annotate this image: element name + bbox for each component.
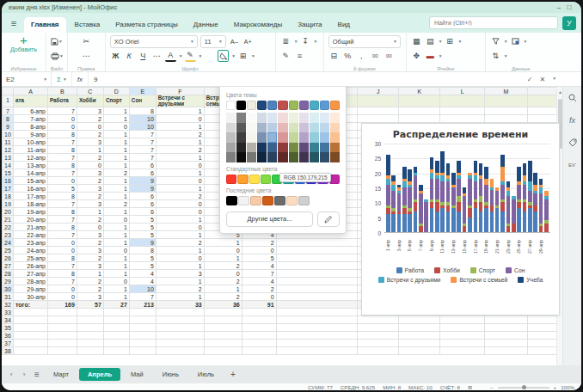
cell[interactable]: ата bbox=[13, 95, 47, 107]
cell[interactable]: 8 bbox=[47, 270, 77, 278]
font-color-button[interactable]: А bbox=[165, 50, 176, 62]
cell[interactable]: 1 bbox=[103, 131, 129, 138]
cell[interactable] bbox=[358, 115, 399, 123]
cell[interactable]: 8 bbox=[47, 146, 77, 154]
row-header-10[interactable]: 10 bbox=[3, 131, 14, 138]
cell[interactable] bbox=[47, 332, 77, 340]
cell[interactable]: 0 bbox=[47, 115, 77, 123]
sheet-tab-Июнь[interactable]: Июнь bbox=[154, 368, 187, 381]
cell[interactable] bbox=[77, 316, 103, 324]
color-swatch[interactable] bbox=[236, 152, 246, 162]
color-swatch[interactable] bbox=[330, 152, 340, 162]
cell[interactable]: 5 bbox=[129, 231, 156, 239]
cut-icon[interactable]: ✂ bbox=[81, 35, 92, 47]
color-swatch[interactable] bbox=[261, 175, 271, 184]
print-button[interactable]: ▾ bbox=[51, 50, 63, 62]
cell[interactable] bbox=[440, 332, 485, 340]
conditional-format-button[interactable] bbox=[510, 35, 521, 47]
cell[interactable]: 5 bbox=[129, 254, 156, 262]
cell[interactable]: 10-апр bbox=[13, 138, 47, 146]
autosum-button[interactable]: Σ▾ bbox=[52, 72, 72, 86]
cell[interactable]: Встречи с друзьями bbox=[156, 95, 204, 107]
cell[interactable]: 26-апр bbox=[13, 262, 47, 270]
cell[interactable]: 1 bbox=[77, 208, 103, 216]
cell[interactable]: 2 bbox=[156, 285, 204, 293]
row-header-20[interactable]: 20 bbox=[3, 208, 14, 216]
column-header-K[interactable]: K bbox=[399, 88, 440, 95]
cell[interactable] bbox=[485, 107, 528, 115]
cell[interactable] bbox=[276, 270, 358, 278]
cell[interactable] bbox=[242, 340, 276, 347]
color-swatch[interactable] bbox=[267, 101, 277, 110]
select-all-corner[interactable] bbox=[3, 88, 14, 95]
cell[interactable]: 3 bbox=[77, 169, 103, 177]
cell[interactable] bbox=[358, 347, 399, 355]
cell[interactable] bbox=[204, 309, 242, 316]
cell[interactable] bbox=[13, 316, 47, 324]
color-swatch[interactable] bbox=[257, 123, 267, 133]
cancel-entry-icon[interactable]: ✕ bbox=[540, 76, 546, 83]
cell[interactable]: 0 bbox=[156, 177, 204, 185]
cell[interactable]: 17-апр bbox=[13, 193, 47, 200]
color-swatch[interactable] bbox=[320, 123, 329, 133]
cell[interactable]: 7 bbox=[47, 107, 77, 115]
sheet-list-icon[interactable]: ≡ bbox=[32, 370, 42, 379]
cell[interactable] bbox=[485, 95, 528, 107]
color-swatch[interactable] bbox=[257, 132, 267, 143]
cell[interactable]: 0 bbox=[47, 247, 77, 254]
cell[interactable] bbox=[103, 347, 129, 355]
cell[interactable]: 13-апр bbox=[13, 162, 47, 169]
menu-tab-Разметка страницы[interactable]: Разметка страницы bbox=[108, 17, 185, 33]
cell[interactable]: 8 bbox=[47, 193, 77, 200]
cell[interactable]: 1 bbox=[103, 107, 129, 115]
cell[interactable]: 7 bbox=[47, 200, 77, 208]
color-swatch[interactable] bbox=[257, 143, 267, 153]
cell[interactable] bbox=[358, 107, 399, 115]
color-swatch[interactable] bbox=[310, 101, 319, 110]
cell[interactable]: Работа bbox=[47, 95, 77, 107]
row-header-22[interactable]: 22 bbox=[3, 224, 14, 231]
search-icon[interactable] bbox=[567, 92, 579, 104]
cell[interactable]: 2 bbox=[77, 216, 103, 224]
scroll-up-icon[interactable]: ▴ bbox=[557, 89, 562, 95]
color-swatch[interactable] bbox=[320, 132, 329, 143]
color-swatch[interactable] bbox=[247, 143, 256, 153]
cell[interactable]: 91 bbox=[242, 301, 276, 309]
borders-button[interactable]: ⊞ bbox=[237, 50, 249, 62]
row-header-23[interactable]: 23 bbox=[3, 231, 14, 239]
cell[interactable]: 29-апр bbox=[13, 285, 47, 293]
font-size-select[interactable]: 11▾ bbox=[200, 35, 226, 48]
cell[interactable] bbox=[47, 316, 77, 324]
cell[interactable] bbox=[276, 347, 358, 355]
cell[interactable]: 7 bbox=[129, 131, 156, 138]
decrease-font-button[interactable]: A– bbox=[229, 35, 240, 47]
cell[interactable]: 2 bbox=[204, 262, 242, 270]
row-header-1[interactable]: 1 bbox=[3, 95, 14, 107]
color-swatch[interactable] bbox=[267, 152, 277, 162]
cell[interactable]: 7 bbox=[47, 231, 77, 239]
cell[interactable] bbox=[204, 324, 242, 332]
cell[interactable]: 5 bbox=[129, 216, 156, 224]
cell-checks-icon[interactable]: ЕѴ bbox=[567, 159, 579, 171]
cell[interactable]: 5 bbox=[129, 262, 156, 270]
cell[interactable] bbox=[358, 95, 399, 107]
menu-tab-Главная[interactable]: Главная bbox=[24, 17, 66, 33]
color-swatch[interactable] bbox=[289, 113, 298, 123]
cell[interactable] bbox=[13, 324, 47, 332]
cell[interactable] bbox=[204, 316, 242, 324]
cell[interactable]: 21-апр bbox=[13, 224, 47, 231]
cell[interactable] bbox=[358, 340, 399, 347]
cell[interactable]: 2 bbox=[242, 285, 276, 293]
cell[interactable]: 7 bbox=[242, 270, 276, 278]
cell[interactable] bbox=[358, 316, 399, 324]
insert-cells-button[interactable]: ▦ bbox=[411, 35, 422, 47]
sheet-tab-Июль[interactable]: Июль bbox=[189, 368, 223, 381]
cell[interactable]: 10 bbox=[129, 123, 156, 131]
cell[interactable]: 169 bbox=[47, 301, 77, 309]
cell[interactable]: 1 bbox=[156, 185, 204, 193]
cell-size-button[interactable]: ⊞ bbox=[445, 35, 456, 47]
italic-button[interactable]: К bbox=[124, 50, 135, 62]
column-header-D[interactable]: D bbox=[103, 88, 129, 95]
cell[interactable]: 0 bbox=[204, 247, 242, 254]
cell[interactable]: 7 bbox=[47, 262, 77, 270]
